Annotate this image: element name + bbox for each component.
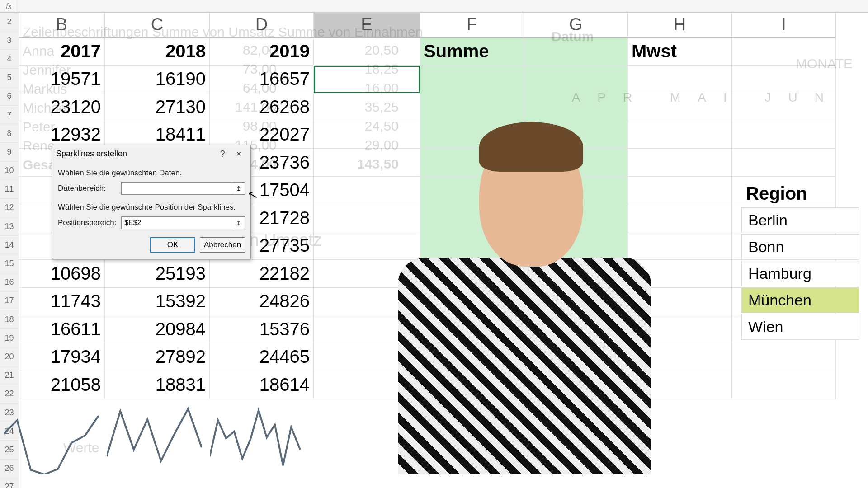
row-number[interactable]: 18 [0,310,19,329]
row-number[interactable]: 2 [0,13,19,31]
cell[interactable] [524,149,628,177]
cell[interactable] [732,371,836,399]
cell[interactable] [420,343,524,371]
cell[interactable] [314,177,420,205]
row-number[interactable]: 27 [0,478,19,488]
cell[interactable] [314,38,420,66]
column-header[interactable]: F [420,13,524,38]
cell[interactable] [420,232,524,260]
cell[interactable] [314,371,420,399]
cell[interactable] [420,121,524,149]
row-number[interactable]: 4 [0,50,19,68]
row-number[interactable]: 12 [0,199,19,217]
cell[interactable] [314,232,420,260]
cell[interactable] [628,177,732,205]
slicer-item-wien[interactable]: Wien [741,314,859,340]
row-number[interactable]: 3 [0,31,19,50]
cell[interactable] [628,232,732,260]
cell[interactable] [314,93,420,121]
cell[interactable] [732,66,836,94]
row-number[interactable]: 21 [0,366,19,385]
column-header[interactable]: G [524,13,628,38]
cell[interactable] [524,66,628,94]
header-mwst[interactable]: Mwst [628,38,732,66]
cell[interactable] [628,260,732,288]
cell[interactable] [628,371,732,399]
cell[interactable]: 25193 [105,260,210,288]
cell[interactable]: 16611 [19,315,105,343]
cell[interactable] [524,371,628,399]
cell[interactable] [732,149,836,177]
range-picker-icon[interactable]: ↥ [232,182,245,195]
row-number[interactable]: 5 [0,69,19,87]
cell[interactable] [628,121,732,149]
cell[interactable] [420,260,524,288]
cell[interactable]: 19571 [19,66,105,94]
column-header[interactable]: H [628,13,732,38]
cell[interactable] [524,343,628,371]
cell[interactable] [420,93,524,121]
cell[interactable] [732,121,836,149]
cell[interactable] [314,343,420,371]
cell[interactable] [628,66,732,94]
cell[interactable] [314,121,420,149]
header-2019[interactable]: 2019 [210,38,314,66]
row-number[interactable]: 8 [0,124,19,143]
row-number[interactable]: 16 [0,273,19,292]
column-header[interactable]: E [314,13,420,38]
cell[interactable] [524,315,628,343]
help-icon[interactable]: ? [214,148,231,160]
cell[interactable]: 16657 [210,66,314,94]
cell[interactable]: 27130 [105,93,210,121]
cell[interactable] [732,343,836,371]
cell[interactable] [628,204,732,232]
cell[interactable]: 10698 [19,260,105,288]
cell[interactable] [420,177,524,205]
cell[interactable] [524,204,628,232]
range-picker-icon[interactable]: ↥ [232,216,245,229]
slicer-item-bonn[interactable]: Bonn [741,234,859,260]
cell[interactable] [420,371,524,399]
column-header[interactable]: D [210,13,314,38]
cell[interactable] [420,288,524,316]
cell[interactable] [524,260,628,288]
data-range-input[interactable] [121,182,232,195]
cancel-button[interactable]: Abbrechen [200,237,245,253]
active-cell[interactable] [314,66,420,94]
row-number[interactable]: 9 [0,143,19,161]
cell[interactable] [524,232,628,260]
row-number[interactable]: 17 [0,292,19,310]
cell[interactable]: 15392 [105,288,210,316]
cell[interactable]: 27892 [105,343,210,371]
row-number[interactable]: 15 [0,254,19,273]
row-number[interactable]: 11 [0,180,19,199]
cell[interactable]: 20984 [105,315,210,343]
column-header[interactable]: B [19,13,105,38]
row-number[interactable]: 20 [0,347,19,366]
cell[interactable] [524,288,628,316]
cell[interactable] [628,315,732,343]
cell[interactable] [628,343,732,371]
header-2017[interactable]: 2017 [19,38,105,66]
header-summe[interactable]: Summe [420,38,524,66]
cell[interactable] [420,66,524,94]
row-number[interactable]: 7 [0,106,19,124]
row-number[interactable]: 13 [0,217,19,236]
cell[interactable] [420,315,524,343]
row-number[interactable]: 14 [0,236,19,254]
cell[interactable] [314,149,420,177]
cell[interactable]: 26268 [210,93,314,121]
column-header[interactable]: C [105,13,210,38]
cell[interactable] [314,288,420,316]
header-2018[interactable]: 2018 [105,38,210,66]
slicer-item-berlin[interactable]: Berlin [741,207,859,233]
cell[interactable]: 23120 [19,93,105,121]
slicer-item-muenchen[interactable]: München [741,287,859,313]
cell[interactable]: 21058 [19,371,105,399]
cell[interactable] [732,38,836,66]
row-number[interactable]: 22 [0,385,19,404]
ok-button[interactable]: OK [150,237,195,253]
cell[interactable]: 11743 [19,288,105,316]
position-range-input[interactable] [121,216,232,229]
cell[interactable] [524,121,628,149]
